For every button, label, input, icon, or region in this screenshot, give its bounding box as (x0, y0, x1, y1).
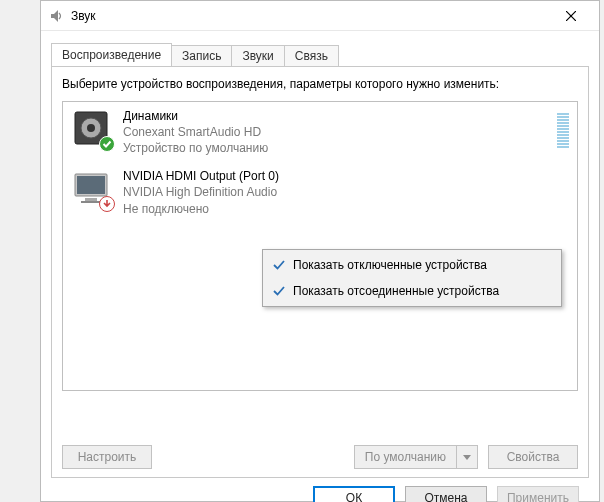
monitor-icon (71, 168, 111, 208)
device-name: NVIDIA HDMI Output (Port 0) (123, 168, 569, 184)
check-icon (271, 283, 287, 299)
sound-icon (49, 8, 65, 24)
device-status: Устройство по умолчанию (123, 140, 545, 156)
menu-item-label: Показать отключенные устройства (293, 258, 487, 272)
tab-communications[interactable]: Связь (284, 45, 339, 68)
menu-show-disconnected[interactable]: Показать отсоединенные устройства (265, 278, 559, 304)
device-status: Не подключено (123, 201, 569, 217)
unplugged-arrow-icon (99, 196, 115, 212)
device-item-speakers[interactable]: Динамики Conexant SmartAudio HD Устройст… (63, 102, 577, 163)
set-default-split: По умолчанию (354, 445, 478, 469)
svg-rect-9 (85, 198, 97, 201)
device-list[interactable]: Динамики Conexant SmartAudio HD Устройст… (62, 101, 578, 391)
device-subtitle: NVIDIA High Definition Audio (123, 184, 569, 200)
configure-button[interactable]: Настроить (62, 445, 152, 469)
menu-show-disabled[interactable]: Показать отключенные устройства (265, 252, 559, 278)
tabstrip: Воспроизведение Запись Звуки Связь (51, 43, 589, 66)
device-name: Динамики (123, 108, 545, 124)
device-subtitle: Conexant SmartAudio HD (123, 124, 545, 140)
check-icon (271, 257, 287, 273)
tab-playback[interactable]: Воспроизведение (51, 43, 172, 66)
ok-button[interactable]: ОК (313, 486, 395, 502)
titlebar: Звук (41, 1, 599, 31)
panel-button-row: Настроить По умолчанию Свойства (62, 445, 578, 469)
svg-rect-10 (81, 201, 101, 203)
default-check-icon (99, 136, 115, 152)
device-info: Динамики Conexant SmartAudio HD Устройст… (123, 108, 545, 157)
context-menu: Показать отключенные устройства Показать… (262, 249, 562, 307)
device-info: NVIDIA HDMI Output (Port 0) NVIDIA High … (123, 168, 569, 217)
svg-marker-0 (51, 10, 58, 22)
device-item-hdmi[interactable]: NVIDIA HDMI Output (Port 0) NVIDIA High … (63, 162, 577, 223)
close-button[interactable] (551, 2, 591, 30)
apply-button[interactable]: Применить (497, 486, 579, 502)
dialog-button-row: ОК Отмена Применить (51, 478, 589, 502)
cancel-button[interactable]: Отмена (405, 486, 487, 502)
instruction-text: Выберите устройство воспроизведения, пар… (62, 77, 578, 93)
window-title: Звук (71, 9, 551, 23)
svg-point-5 (87, 124, 95, 132)
properties-button[interactable]: Свойства (488, 445, 578, 469)
tab-sounds[interactable]: Звуки (231, 45, 284, 68)
menu-item-label: Показать отсоединенные устройства (293, 284, 499, 298)
svg-rect-8 (77, 176, 105, 194)
speakers-icon (71, 108, 111, 148)
tab-recording[interactable]: Запись (171, 45, 232, 68)
set-default-button[interactable]: По умолчанию (354, 445, 456, 469)
set-default-dropdown[interactable] (456, 445, 478, 469)
level-meter (557, 108, 569, 148)
svg-marker-12 (463, 455, 471, 460)
